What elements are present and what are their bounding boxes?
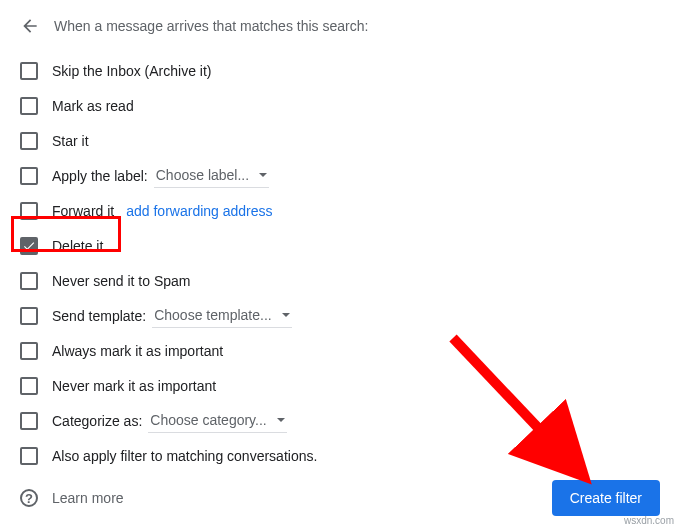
label-apply-label: Apply the label:	[52, 168, 148, 184]
chevron-down-icon	[277, 418, 285, 422]
checkbox-always-important[interactable]	[20, 342, 38, 360]
checkbox-send-template[interactable]	[20, 307, 38, 325]
label-never-important: Never mark it as important	[52, 378, 216, 394]
dropdown-choose-template-text: Choose template...	[154, 307, 272, 323]
label-categorize: Categorize as:	[52, 413, 142, 429]
label-send-template: Send template:	[52, 308, 146, 324]
label-delete: Delete it	[52, 238, 103, 254]
label-apply-matching: Also apply filter to matching conversati…	[52, 448, 317, 464]
checkbox-apply-matching[interactable]	[20, 447, 38, 465]
label-forward: Forward it	[52, 203, 114, 219]
checkbox-never-spam[interactable]	[20, 272, 38, 290]
checkbox-never-important[interactable]	[20, 377, 38, 395]
chevron-down-icon	[282, 313, 290, 317]
help-icon: ?	[20, 489, 38, 507]
dropdown-choose-label[interactable]: Choose label...	[154, 165, 269, 188]
checkbox-star[interactable]	[20, 132, 38, 150]
checkbox-delete[interactable]	[20, 237, 38, 255]
learn-more-link[interactable]: ? Learn more	[20, 489, 124, 507]
link-add-forwarding[interactable]: add forwarding address	[126, 203, 272, 219]
label-skip-inbox: Skip the Inbox (Archive it)	[52, 63, 212, 79]
dropdown-choose-category[interactable]: Choose category...	[148, 410, 286, 433]
dropdown-choose-template[interactable]: Choose template...	[152, 305, 292, 328]
create-filter-button[interactable]: Create filter	[552, 480, 660, 516]
checkbox-mark-read[interactable]	[20, 97, 38, 115]
back-icon[interactable]	[20, 16, 40, 36]
checkbox-categorize[interactable]	[20, 412, 38, 430]
label-always-important: Always mark it as important	[52, 343, 223, 359]
checkbox-skip-inbox[interactable]	[20, 62, 38, 80]
checkbox-forward[interactable]	[20, 202, 38, 220]
label-never-spam: Never send it to Spam	[52, 273, 191, 289]
label-mark-read: Mark as read	[52, 98, 134, 114]
learn-more-text: Learn more	[52, 490, 124, 506]
checkbox-apply-label[interactable]	[20, 167, 38, 185]
label-star: Star it	[52, 133, 89, 149]
chevron-down-icon	[259, 173, 267, 177]
header-title: When a message arrives that matches this…	[54, 18, 368, 34]
dropdown-choose-label-text: Choose label...	[156, 167, 249, 183]
dropdown-choose-category-text: Choose category...	[150, 412, 266, 428]
